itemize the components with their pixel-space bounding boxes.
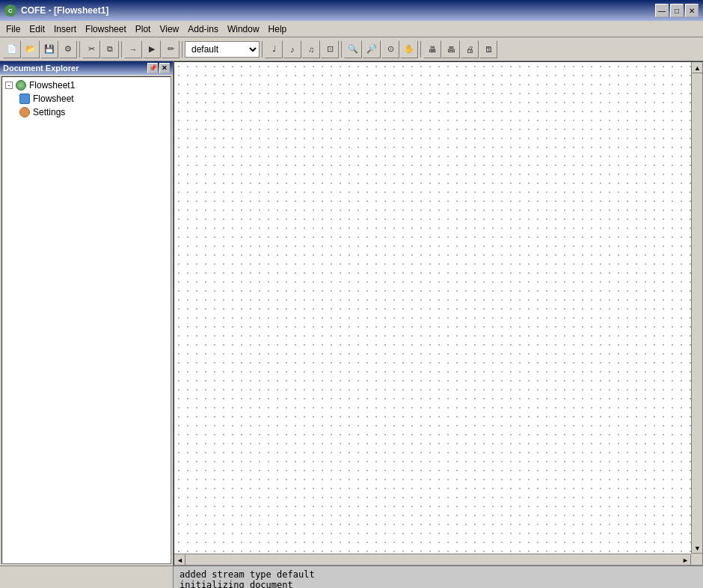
scroll-track-vertical[interactable]: [692, 73, 702, 542]
toolbar-btn-stream-1[interactable]: ▶: [143, 40, 161, 58]
scroll-right-button[interactable]: ►: [680, 554, 691, 566]
toolbar: 📄📂💾⚙✂⧉→▶✏default♩♪♫⊡🔍🔎⊙✋🖶🖷🖨🖺: [0, 37, 703, 61]
app-logo: C: [4, 4, 16, 16]
toolbar-btn-note-0[interactable]: ♩: [265, 40, 283, 58]
sidebar-close-button[interactable]: ✕: [159, 63, 170, 73]
log-line-2: initializing document: [179, 580, 697, 588]
toolbar-btn-print-2[interactable]: 🖨: [461, 40, 479, 58]
tree-flowsheet-item[interactable]: Flowsheet: [17, 92, 169, 105]
bottom-left: [0, 566, 174, 588]
stream-type-dropdown[interactable]: default: [185, 41, 260, 58]
toolbar-btn-zoom-3[interactable]: ✋: [400, 40, 418, 58]
toolbar-btn-cut-copy-0[interactable]: ✂: [82, 40, 100, 58]
toolbar-btn-note-2[interactable]: ♫: [302, 40, 320, 58]
toolbar-btn-zoom-2[interactable]: ⊙: [381, 40, 399, 58]
menu-item-flowsheet[interactable]: Flowsheet: [81, 22, 131, 36]
root-icon: [15, 79, 27, 91]
title-bar-controls: — □ ✕: [655, 4, 699, 17]
scroll-track-horizontal[interactable]: [185, 554, 680, 565]
document-explorer-panel: Document Explorer 📌 ✕ - Flowsheet1: [0, 61, 174, 566]
toolbar-btn-cut-copy-1[interactable]: ⧉: [101, 40, 119, 58]
toolbar-btn-print-0[interactable]: 🖶: [423, 40, 441, 58]
settings-icon: [19, 106, 31, 118]
menu-item-insert[interactable]: Insert: [49, 22, 81, 36]
title-text: COFE - [Flowsheet1]: [21, 5, 108, 16]
tree-settings-item[interactable]: Settings: [17, 105, 169, 119]
log-area: added stream type default initializing d…: [174, 566, 703, 588]
toolbar-btn-note-1[interactable]: ♪: [283, 40, 301, 58]
toolbar-sep-3: [182, 41, 182, 58]
vertical-scrollbar[interactable]: ▲ ▼: [691, 62, 702, 554]
tree-settings-label: Settings: [33, 107, 65, 117]
toolbar-btn-zoom-0[interactable]: 🔍: [344, 40, 362, 58]
menu-item-plot[interactable]: Plot: [131, 22, 156, 36]
toolbar-btn-print-1[interactable]: 🖷: [442, 40, 460, 58]
stream-type-select[interactable]: default: [185, 41, 260, 58]
maximize-button[interactable]: □: [670, 4, 684, 17]
tree-expand-icon[interactable]: -: [5, 82, 13, 89]
horizontal-scrollbar[interactable]: ◄ ►: [174, 554, 691, 565]
title-bar-left: C COFE - [Flowsheet1]: [4, 4, 108, 16]
sidebar-header-controls: 📌 ✕: [147, 63, 170, 73]
toolbar-btn-3[interactable]: ⚙: [59, 40, 77, 58]
toolbar-btn-2[interactable]: 💾: [40, 40, 58, 58]
tree-root-item[interactable]: - Flowsheet1: [4, 79, 169, 92]
toolbar-btn-1[interactable]: 📂: [22, 40, 40, 58]
sidebar-pin-button[interactable]: 📌: [147, 63, 158, 73]
scroll-up-button[interactable]: ▲: [692, 62, 703, 73]
minimize-button[interactable]: —: [655, 4, 669, 17]
tree-flowsheet-label: Flowsheet: [33, 94, 74, 104]
menu-item-window[interactable]: Window: [223, 22, 264, 36]
menu-item-edit[interactable]: Edit: [25, 22, 49, 36]
log-line-1: added stream type default: [179, 569, 697, 580]
toolbar-sep-6: [420, 41, 421, 58]
toolbar-btn-zoom-1[interactable]: 🔎: [363, 40, 381, 58]
toolbar-sep-1: [79, 41, 80, 58]
toolbar-btn-stream-0[interactable]: →: [124, 40, 142, 58]
menu-bar: FileEditInsertFlowsheetPlotViewAdd-insWi…: [0, 21, 703, 37]
toolbar-sep-5: [341, 41, 342, 58]
flowsheet-icon: [19, 93, 31, 105]
tree-root-label: Flowsheet1: [29, 80, 75, 91]
tree-children: Flowsheet Settings: [17, 92, 169, 119]
sidebar-tree: - Flowsheet1 Flowsheet Se: [1, 76, 171, 564]
canvas-area[interactable]: ▲ ▼ ◄ ►: [174, 61, 703, 566]
scroll-corner: [691, 554, 702, 565]
toolbar-sep-4: [262, 41, 263, 58]
toolbar-btn-print-3[interactable]: 🖺: [479, 40, 497, 58]
menu-item-view[interactable]: View: [155, 22, 183, 36]
toolbar-btn-0[interactable]: 📄: [3, 40, 21, 58]
bottom-content: added stream type default initializing d…: [0, 566, 703, 588]
scroll-left-button[interactable]: ◄: [174, 554, 185, 566]
toolbar-sep-2: [121, 41, 122, 58]
flowsheet-canvas[interactable]: [174, 62, 691, 554]
menu-item-help[interactable]: Help: [264, 22, 292, 36]
main-area: Document Explorer 📌 ✕ - Flowsheet1: [0, 61, 703, 566]
bottom-panel: added stream type default initializing d…: [0, 566, 703, 588]
sidebar-header: Document Explorer 📌 ✕: [0, 61, 173, 75]
menu-item-file[interactable]: File: [1, 22, 25, 36]
sidebar-title: Document Explorer: [3, 64, 79, 73]
close-button[interactable]: ✕: [685, 4, 699, 17]
toolbar-btn-note-3[interactable]: ⊡: [321, 40, 339, 58]
title-bar: C COFE - [Flowsheet1] — □ ✕: [0, 0, 703, 21]
toolbar-btn-stream-2[interactable]: ✏: [162, 40, 179, 58]
menu-item-add-ins[interactable]: Add-ins: [183, 22, 223, 36]
scroll-down-button[interactable]: ▼: [692, 542, 703, 554]
